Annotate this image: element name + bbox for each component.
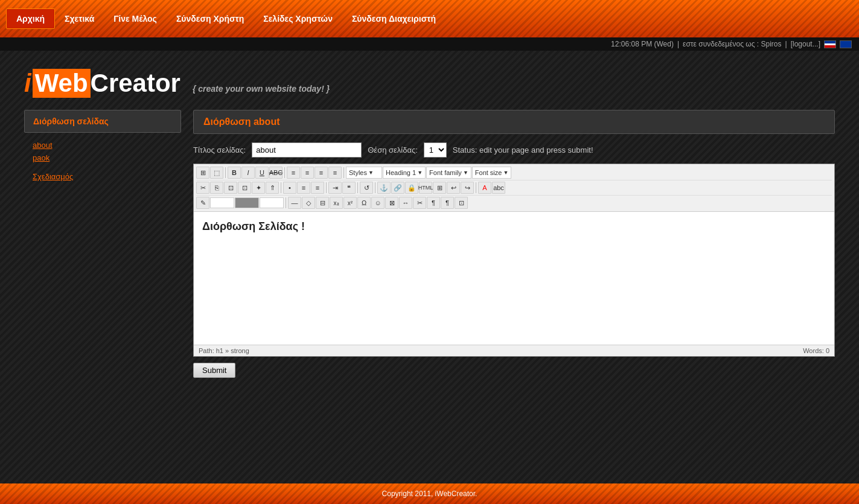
logo-i: i [24, 69, 31, 98]
toolbar-align-left-btn[interactable]: ≡ [287, 167, 300, 179]
toolbar-paragraph-btn[interactable]: ¶ [427, 197, 440, 209]
toolbar-paste-text-btn[interactable]: ⊡ [238, 182, 251, 194]
page-footer: Copyright 2011, iWebCreator. [0, 483, 859, 504]
toolbar-strike-btn[interactable]: ABC [269, 167, 283, 179]
toolbar-back-btn[interactable]: ↩ [447, 182, 460, 194]
toolbar-copy-btn[interactable]: ⎘ [210, 182, 223, 194]
toolbar-anchor-btn[interactable]: ⚓ [377, 182, 391, 194]
page-position-label: Θέση σελίδας: [368, 145, 418, 155]
toolbar-media-btn[interactable]: ⊠ [385, 197, 398, 209]
toolbar-highlight-btn[interactable]: abc [492, 182, 505, 194]
toolbar-sep9 [286, 197, 286, 208]
toolbar-subscript-btn[interactable]: x₂ [330, 197, 343, 209]
sidebar-links: about paok Σχεδιασμός [24, 133, 181, 189]
sidebar-link-design[interactable]: Σχεδιασμός [33, 170, 173, 183]
separator1: | [677, 40, 679, 48]
sidebar-link-paok[interactable]: paok [33, 152, 173, 164]
footer-copyright: Copyright 2011, iWebCreator. [382, 490, 477, 498]
toolbar-quote-btn[interactable]: ❝ [342, 182, 356, 194]
toolbar-html-btn[interactable]: HTML [419, 182, 432, 194]
toolbar-list-ul-btn[interactable]: • [283, 182, 296, 194]
toolbar-unlink-btn[interactable]: 🔒 [405, 182, 418, 194]
toolbar-special-char-btn[interactable]: Ω [357, 197, 371, 209]
toolbar-draw-btn[interactable]: ✎ [196, 197, 209, 209]
toolbar-paste-word-btn[interactable]: ✦ [252, 182, 265, 194]
wysiwyg-editor: ⊞ ⬚ B I U ABC ≡ ≡ ≡ ≡ Styles ▼ Heading 1… [193, 164, 835, 357]
editor-fields: Τίτλος σελίδας: Θέση σελίδας: 1 2 3 Stat… [193, 142, 835, 158]
editor-footer: Path: h1 » strong Words: 0 [194, 345, 834, 356]
status-bar: 12:06:08 PM (Wed) | εστε συνδεδεμένος ως… [0, 37, 859, 51]
toolbar-sep5 [326, 182, 327, 193]
datetime: 12:06:08 PM (Wed) [611, 40, 674, 48]
toolbar-sep2 [284, 167, 285, 178]
toolbar-preview-btn[interactable]: ⬚ [210, 167, 223, 179]
toolbar-sep6 [357, 182, 358, 193]
page-title-input[interactable] [252, 142, 362, 158]
toolbar-color-swatch3[interactable] [260, 197, 284, 208]
toolbar-bold-btn[interactable]: B [228, 167, 241, 179]
toolbar-cut-btn[interactable]: ✂ [196, 182, 209, 194]
toolbar-list-ol-btn[interactable]: ≡ [297, 182, 310, 194]
toolbar-frame-btn[interactable]: ⊟ [316, 197, 329, 209]
toolbar-color-swatch[interactable] [210, 197, 234, 208]
logo: i Web Creator { create your own website … [24, 69, 835, 98]
toolbar-color-swatch2[interactable] [235, 197, 259, 208]
toolbar-styles-dropdown[interactable]: Styles ▼ [346, 167, 382, 179]
top-navigation: Αρχική Σχετικά Γίνε Μέλος Σύνδεση Χρήστη… [0, 0, 859, 37]
nav-user-login[interactable]: Σύνδεση Χρήστη [167, 9, 254, 28]
toolbar-fontfamily-dropdown[interactable]: Font family ▼ [426, 167, 471, 179]
logo-tagline: { create your own website today! } [193, 84, 330, 94]
toolbar-forward-btn[interactable]: ↪ [461, 182, 474, 194]
toolbar-superscript-btn[interactable]: x² [343, 197, 357, 209]
page-position-select[interactable]: 1 2 3 [424, 142, 447, 158]
toolbar-blockquote-btn[interactable]: ⇥ [328, 182, 342, 194]
nav-user-pages[interactable]: Σελίδες Χρηστών [254, 9, 342, 28]
toolbar-fontsize-dropdown[interactable]: Font size ▼ [472, 167, 512, 179]
editor-toolbar: ⊞ ⬚ B I U ABC ≡ ≡ ≡ ≡ Styles ▼ Heading 1… [194, 164, 834, 212]
toolbar-sep4 [281, 182, 281, 193]
sidebar-link-about[interactable]: about [33, 139, 173, 152]
toolbar-source-btn[interactable]: ⊞ [196, 167, 209, 179]
toolbar-img-btn[interactable]: ⊞ [433, 182, 446, 194]
editor-panel: Διόρθωση about Τίτλος σελίδας: Θέση σελί… [193, 110, 835, 378]
toolbar-hrule-btn[interactable]: — [288, 197, 301, 209]
toolbar-align-center-btn[interactable]: ≡ [301, 167, 314, 179]
toolbar-maximize-btn[interactable]: ⊡ [455, 197, 468, 209]
toolbar-showblocks-btn[interactable]: ✂ [413, 197, 426, 209]
toolbar-paragraph2-btn[interactable]: ¶ [441, 197, 454, 209]
toolbar-link-btn[interactable]: 🔗 [391, 182, 404, 194]
editor-body[interactable]: Διόρθωση Σελίδας ! [194, 212, 834, 345]
submit-button[interactable]: Submit [193, 363, 235, 378]
separator2: | [785, 40, 787, 48]
logout-link[interactable]: [logout...] [791, 40, 820, 48]
toolbar-row-3: ✎ — ◇ ⊟ x₂ x² Ω ☺ ⊠ ↔ ✂ ¶ ¶ [196, 196, 832, 210]
nav-become-member[interactable]: Γίνε Μέλος [104, 9, 167, 28]
toolbar-italic-btn[interactable]: I [241, 167, 255, 179]
toolbar-sep8 [476, 182, 476, 193]
toolbar-undo-btn[interactable]: ↺ [360, 182, 373, 194]
logo-creator: Creator [91, 69, 180, 98]
sidebar: Διόρθωση σελίδας about paok Σχεδιασμός [24, 110, 181, 378]
editor-header: Διόρθωση about [193, 110, 835, 134]
nav-admin-login[interactable]: Σύνδεση Διαχειριστή [342, 9, 445, 28]
connected-as: εστε συνδεδεμένος ως : Spiros [683, 40, 781, 48]
toolbar-spellcheck-btn[interactable]: ⇑ [266, 182, 279, 194]
toolbar-heading-dropdown[interactable]: Heading 1 ▼ [383, 167, 426, 179]
toolbar-sep3 [343, 167, 344, 178]
nav-about[interactable]: Σχετικά [55, 9, 104, 28]
toolbar-list-indent-btn[interactable]: ≡ [311, 182, 324, 194]
logo-web: Web [33, 69, 91, 98]
flag-greek-icon[interactable] [840, 40, 852, 48]
toolbar-align-right-btn[interactable]: ≡ [315, 167, 328, 179]
flag-english-icon[interactable] [824, 40, 836, 48]
header-logo-area: i Web Creator { create your own website … [0, 51, 859, 110]
toolbar-table-btn[interactable]: ◇ [302, 197, 315, 209]
editor-content-h1: Διόρθωση Σελίδας ! [202, 220, 826, 233]
toolbar-pagebreak-btn[interactable]: ↔ [399, 197, 412, 209]
toolbar-align-justify-btn[interactable]: ≡ [328, 167, 342, 179]
toolbar-font-color-btn[interactable]: A [478, 182, 491, 194]
toolbar-paste-btn[interactable]: ⊡ [224, 182, 237, 194]
toolbar-smiley-btn[interactable]: ☺ [371, 197, 385, 209]
toolbar-underline-btn[interactable]: U [255, 167, 269, 179]
nav-home[interactable]: Αρχική [6, 8, 55, 29]
